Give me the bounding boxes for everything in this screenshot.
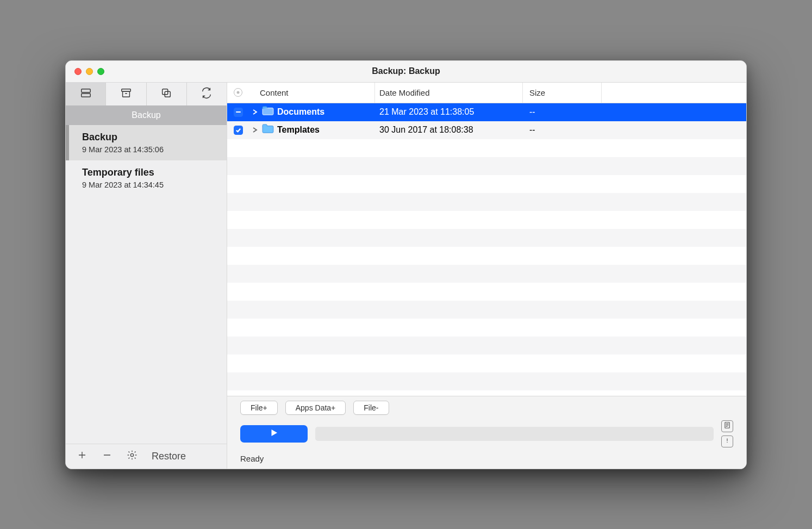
apps-data-plus-button[interactable]: Apps Data+: [285, 401, 346, 415]
play-icon: [269, 428, 279, 439]
zoom-window-button[interactable]: [97, 68, 104, 75]
column-header-size[interactable]: Size: [523, 83, 602, 103]
empty-row: [227, 265, 746, 283]
sidebar-tab-clone[interactable]: [147, 83, 187, 105]
file-plus-button[interactable]: File+: [240, 401, 278, 415]
empty-row: [227, 372, 746, 390]
sidebar-item-backup[interactable]: Backup 9 Mar 2023 at 14:35:06: [66, 125, 227, 160]
window-controls: [66, 68, 104, 75]
file-action-buttons: File+ Apps Data+ File-: [240, 401, 733, 415]
close-window-button[interactable]: [74, 68, 82, 75]
sidebar-section-header: Backup: [66, 105, 227, 125]
svg-rect-3: [122, 91, 129, 97]
row-date: 21 Mar 2023 at 11:38:05: [375, 107, 523, 117]
chevron-right-icon: [252, 125, 258, 135]
empty-row: [227, 247, 746, 265]
gear-icon: [127, 450, 138, 463]
plus-icon: [77, 450, 87, 462]
action-bar: File+ Apps Data+ File-: [227, 396, 746, 469]
column-header-date[interactable]: Date Modified: [375, 83, 523, 103]
svg-rect-1: [81, 93, 90, 96]
add-button[interactable]: [74, 449, 90, 464]
minimize-window-button[interactable]: [86, 68, 93, 75]
empty-row: [227, 354, 746, 372]
table-row[interactable]: Templates 30 Jun 2017 at 18:08:38 --: [227, 121, 746, 139]
sidebar: Backup Backup 9 Mar 2023 at 14:35:06 Tem…: [66, 83, 227, 469]
table-row[interactable]: Documents 21 Mar 2023 at 11:38:05 --: [227, 103, 746, 121]
warnings-button[interactable]: [721, 435, 733, 447]
target-icon: [234, 88, 242, 97]
row-size: --: [523, 125, 602, 135]
sidebar-tab-backup[interactable]: [66, 83, 106, 105]
row-date: 30 Jun 2017 at 18:08:38: [375, 125, 523, 135]
empty-row: [227, 175, 746, 193]
clone-icon: [160, 87, 172, 101]
empty-row: [227, 211, 746, 229]
folder-icon: [262, 106, 274, 118]
row-name: Templates: [277, 125, 320, 135]
chevron-right-icon: [252, 107, 258, 117]
progress-bar: [315, 427, 714, 441]
sidebar-list: Backup 9 Mar 2023 at 14:35:06 Temporary …: [66, 125, 227, 444]
empty-row: [227, 193, 746, 211]
disclosure-toggle[interactable]: [251, 107, 259, 117]
sidebar-item-title: Backup: [82, 132, 216, 143]
sidebar-item-title: Temporary files: [82, 167, 216, 178]
log-button[interactable]: [721, 420, 733, 432]
content-pane: Content Date Modified Size: [227, 83, 746, 469]
app-window: Backup: Backup: [65, 60, 747, 469]
settings-button[interactable]: [124, 449, 140, 464]
sync-icon: [201, 87, 213, 101]
empty-row: [227, 229, 746, 247]
empty-row: [227, 139, 746, 157]
file-rows: Documents 21 Mar 2023 at 11:38:05 --: [227, 103, 746, 396]
column-header-row: Content Date Modified Size: [227, 83, 746, 103]
sidebar-item-subtitle: 9 Mar 2023 at 14:34:45: [82, 181, 216, 189]
empty-row: [227, 283, 746, 301]
sidebar-tab-archive[interactable]: [106, 83, 146, 105]
file-minus-button[interactable]: File-: [353, 401, 389, 415]
status-text: Ready: [240, 454, 733, 463]
row-name: Documents: [277, 107, 324, 117]
svg-rect-12: [263, 126, 273, 133]
backup-icon: [80, 87, 92, 101]
svg-rect-11: [263, 108, 273, 115]
titlebar: Backup: Backup: [66, 61, 746, 83]
folder-icon: [262, 124, 274, 136]
empty-row: [227, 301, 746, 319]
row-checkbox[interactable]: [234, 108, 243, 117]
alert-icon: [723, 437, 731, 446]
svg-point-10: [130, 453, 133, 456]
sidebar-footer: Restore: [66, 444, 227, 469]
archive-icon: [120, 87, 132, 101]
document-icon: [723, 421, 731, 431]
empty-row: [227, 157, 746, 175]
svg-rect-0: [81, 89, 90, 92]
empty-row: [227, 319, 746, 337]
row-checkbox[interactable]: [234, 126, 243, 135]
disclosure-toggle[interactable]: [251, 125, 259, 135]
minus-icon: [102, 450, 112, 462]
sidebar-item-temporary-files[interactable]: Temporary files 9 Mar 2023 at 14:34:45: [66, 160, 227, 196]
restore-button[interactable]: Restore: [152, 451, 186, 462]
sidebar-tab-sync[interactable]: [187, 83, 227, 105]
run-button[interactable]: [240, 425, 308, 443]
sidebar-item-subtitle: 9 Mar 2023 at 14:35:06: [82, 145, 216, 154]
column-header-content[interactable]: Content: [249, 83, 375, 103]
row-size: --: [523, 107, 602, 117]
svg-point-18: [727, 441, 727, 442]
empty-row: [227, 337, 746, 354]
sidebar-tabs: [66, 83, 227, 105]
column-header-target[interactable]: [227, 88, 249, 97]
window-title: Backup: Backup: [66, 66, 746, 76]
remove-button[interactable]: [99, 449, 115, 464]
